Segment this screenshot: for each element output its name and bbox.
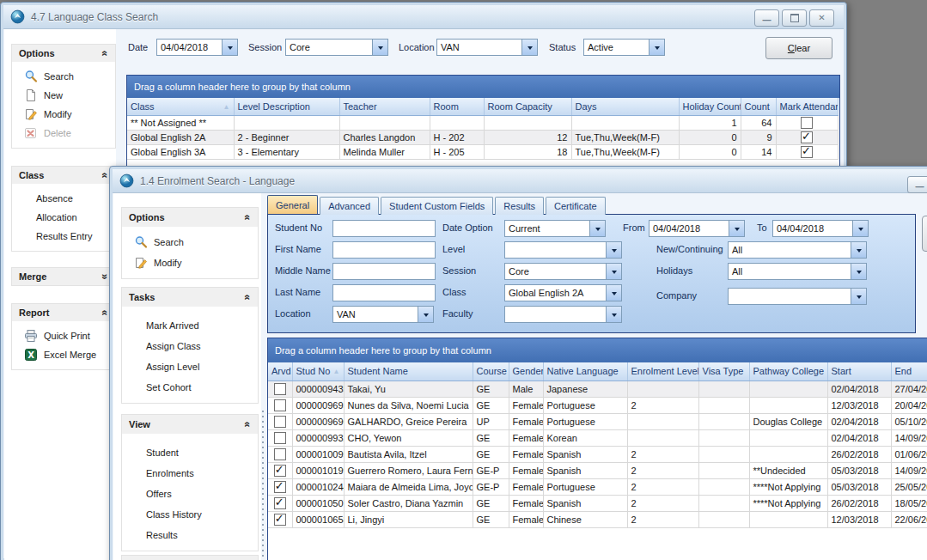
date-dropdown[interactable]: 04/04/2018 (156, 39, 238, 56)
group-by-panel[interactable]: Drag a column header here to group by th… (268, 338, 927, 362)
date-option-dropdown[interactable]: Current (504, 220, 606, 237)
col-header-teacher[interactable]: Teacher (339, 98, 430, 115)
enrolment-row[interactable]: 0000010199 Guerrero Romero, Laura Ferna … (268, 462, 927, 478)
enrolment-row[interactable]: 0000009696 GALHARDO, Greice Pereira UP F… (268, 413, 927, 429)
chevron-down-icon[interactable] (649, 40, 664, 55)
student-no-input[interactable] (332, 220, 436, 237)
enrolment-titlebar[interactable]: 1.4 Enrolment Search - Language (113, 169, 927, 193)
enrolment-row[interactable]: 0000010095 Bautista Avila, Itzel GE Fema… (268, 446, 927, 462)
chevron-down-icon[interactable] (606, 264, 621, 279)
col-header-native-language[interactable]: Native Language (543, 362, 627, 380)
tab[interactable]: General (267, 195, 318, 214)
sidebar-item-class-history[interactable]: Class History (122, 504, 258, 525)
last-name-input[interactable] (332, 284, 436, 301)
to-date-dropdown[interactable]: 04/04/2018 (772, 220, 869, 237)
col-header-student-name[interactable]: Student Name (344, 362, 473, 380)
arrived-checkbox[interactable] (274, 416, 286, 428)
chevron-down-icon[interactable] (852, 221, 868, 236)
chevron-down-icon[interactable] (606, 307, 621, 322)
sidebar-item-delete[interactable]: Delete (12, 124, 115, 143)
enrolment-row[interactable]: 0000009693 Nunes da Silva, Noemi Lucia G… (268, 397, 927, 413)
mark-attendance-checkbox[interactable] (801, 146, 813, 158)
enrolment-row[interactable]: 0000010658 Li, Jingyi GE Female Chinese … (268, 511, 927, 527)
class-search-titlebar[interactable]: 4.7 Language Class Search (3, 5, 844, 29)
sidebar-item-mark-arrived[interactable]: Mark Arrived (122, 315, 258, 336)
clear-button[interactable]: Clear (765, 37, 832, 59)
sidebar-item-enrolments[interactable]: Enrolments (122, 463, 258, 484)
col-header-arrived[interactable]: Arvd (268, 362, 292, 380)
sidebar-item-assign-class[interactable]: Assign Class (122, 336, 258, 356)
col-header-mark-attendance[interactable]: Mark Attendar (776, 98, 838, 115)
tab[interactable]: Results (495, 197, 544, 215)
arrived-checkbox[interactable] (274, 399, 286, 411)
company-dropdown[interactable] (728, 288, 867, 305)
sidebar-item-excel-merge[interactable]: X Excel Merge (12, 345, 115, 364)
status-dropdown[interactable]: Active (583, 39, 665, 56)
sidebar-item-set-cohort[interactable]: Set Cohort (122, 377, 258, 398)
enrolment-row[interactable]: 0000009932 CHO, Yewon GE Female Korean 0… (268, 429, 927, 446)
group-header-class[interactable]: Class « (12, 167, 115, 184)
arrived-checkbox[interactable] (274, 465, 286, 477)
arrived-checkbox[interactable] (274, 432, 286, 444)
arrived-checkbox[interactable] (274, 481, 286, 493)
sidebar-item-offers[interactable]: Offers (122, 484, 258, 504)
class-row[interactable]: Global English 3A 3 - Elementary Melinda… (127, 144, 838, 159)
sidebar-item-modify[interactable]: Modify (12, 105, 115, 124)
chevron-down-icon[interactable] (729, 221, 744, 236)
minimize-button[interactable]: — (907, 176, 927, 193)
restore-button[interactable] (782, 9, 807, 27)
chevron-down-icon[interactable] (851, 289, 866, 304)
tab[interactable]: Student Custom Fields (381, 197, 493, 215)
col-header-course[interactable]: Course (473, 362, 509, 380)
from-date-dropdown[interactable]: 04/04/2018 (649, 220, 745, 237)
location-dropdown[interactable]: VAN (436, 39, 538, 56)
enrolment-row[interactable]: 0000010244 Maiara de Almeida Lima, Joyce… (268, 478, 927, 495)
col-header-start[interactable]: Start (827, 362, 891, 380)
group-by-panel[interactable]: Drag a column header here to group by th… (127, 76, 839, 98)
location-dropdown[interactable]: VAN (332, 306, 434, 323)
col-header-enrolment-level[interactable]: Enrolment Level (627, 362, 698, 380)
group-header-tasks[interactable]: Tasks « (122, 288, 258, 307)
sidebar-item-modify[interactable]: Modify (122, 253, 258, 273)
chevron-down-icon[interactable] (222, 40, 237, 55)
chevron-down-icon[interactable] (418, 307, 433, 322)
chevron-down-icon[interactable] (606, 285, 621, 301)
col-header-class[interactable]: Class (127, 98, 234, 115)
holidays-dropdown[interactable]: All (728, 263, 867, 280)
faculty-dropdown[interactable] (504, 306, 622, 323)
first-name-input[interactable] (332, 241, 436, 259)
class-row[interactable]: ** Not Assigned ** 1 64 (127, 115, 838, 130)
tab[interactable]: Advanced (320, 197, 379, 215)
col-header-stud-no[interactable]: Stud No (292, 362, 344, 380)
sidebar-item-new[interactable]: New (12, 86, 115, 105)
sidebar-item-student[interactable]: Student (122, 442, 258, 463)
arrived-checkbox[interactable] (274, 383, 286, 395)
group-header-merge[interactable]: Merge » (12, 268, 115, 285)
search-button-partial[interactable] (922, 216, 927, 252)
sidebar-item-results-entry[interactable]: Results Entry (12, 227, 115, 246)
session-dropdown[interactable]: Core (504, 263, 622, 280)
class-row[interactable]: Global English 2A 2 - Beginner Charles L… (127, 130, 838, 144)
col-header-end[interactable]: End (891, 362, 927, 380)
class-dropdown[interactable]: Global English 2A (504, 284, 622, 301)
chevron-down-icon[interactable] (372, 40, 387, 55)
col-header-room-capacity[interactable]: Room Capacity (484, 98, 571, 115)
col-header-room[interactable]: Room (430, 98, 484, 115)
sidebar-item-allocation[interactable]: Allocation (12, 208, 115, 227)
enrolment-row[interactable]: 0000010507 Soler Castro, Diana Yazmin GE… (268, 495, 927, 511)
arrived-checkbox[interactable] (274, 514, 286, 526)
chevron-down-icon[interactable] (589, 221, 605, 236)
col-header-gender[interactable]: Gender (509, 362, 543, 380)
group-header-options[interactable]: Options « (122, 208, 258, 227)
group-header-view[interactable]: View « (122, 415, 258, 434)
tab[interactable]: Certificate (546, 197, 606, 215)
group-header-report[interactable]: Report « (12, 304, 115, 321)
chevron-down-icon[interactable] (851, 264, 866, 279)
col-header-count[interactable]: Count (741, 98, 776, 115)
sidebar-item-results[interactable]: Results (122, 525, 258, 545)
minimize-button[interactable]: — (754, 9, 779, 27)
middle-name-input[interactable] (332, 263, 436, 280)
col-header-holiday-count[interactable]: Holiday Count (679, 98, 741, 115)
col-header-days[interactable]: Days (571, 98, 679, 115)
new-continuing-dropdown[interactable]: All (728, 241, 867, 259)
